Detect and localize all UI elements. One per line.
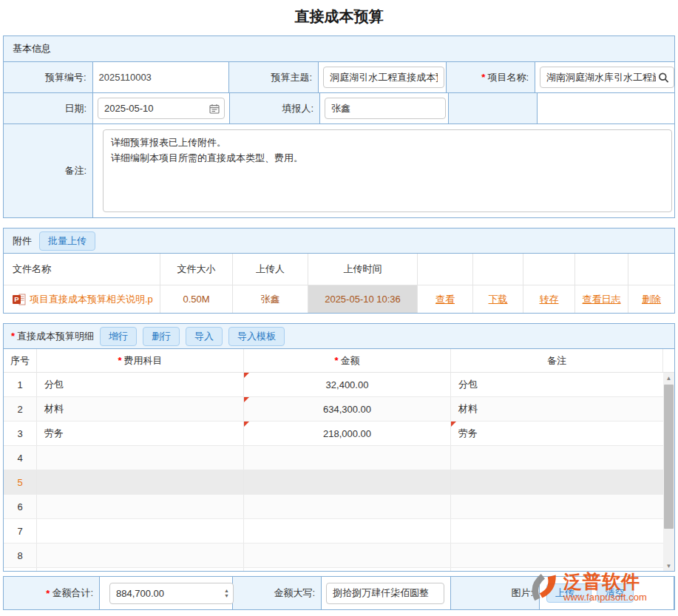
batch-upload-button[interactable]: 批量上传 <box>39 231 95 251</box>
delete-row-button[interactable]: 删行 <box>143 327 180 346</box>
subject-label: 预算主题: <box>229 62 319 92</box>
row-no: 7 <box>4 519 37 543</box>
total-amount-input[interactable] <box>109 583 234 604</box>
action-cell-download: 下载 <box>473 285 523 313</box>
amount-words-input[interactable] <box>326 583 444 604</box>
table-row[interactable]: 1 分包 32,400.00 分包 <box>4 373 663 397</box>
required-marker: * <box>46 588 50 599</box>
remark-cell[interactable] <box>451 568 663 571</box>
search-icon[interactable] <box>658 72 669 83</box>
amount-cell[interactable]: 218,000.00 <box>244 422 451 445</box>
subject-cell[interactable]: 分包 <box>37 373 244 396</box>
remark-cell[interactable] <box>451 446 663 470</box>
stepper-up-icon[interactable]: ▲ <box>224 588 229 593</box>
reporter-label: 填报人: <box>230 93 320 123</box>
date-input[interactable] <box>98 98 225 119</box>
svg-text:P: P <box>14 295 19 303</box>
amount-cell[interactable] <box>244 470 451 494</box>
file-size-cell: 0.50M <box>160 285 233 313</box>
basic-row-remark: 备注: 详细预算报表已上传附件。 详细编制本项目所需的直接成本类型、费用。 <box>4 124 674 217</box>
remark-cell[interactable] <box>451 544 663 567</box>
vertical-scrollbar[interactable]: ▲ ▼ <box>663 373 674 571</box>
required-marker: * <box>11 331 15 342</box>
file-name-link[interactable]: 项目直接成本预算相关说明.p <box>30 293 153 306</box>
save-as-link[interactable]: 转存 <box>540 293 559 306</box>
subject-cell[interactable]: 劳务 <box>37 422 244 445</box>
subject-cell[interactable] <box>37 568 244 571</box>
subject-cell[interactable]: 材料 <box>37 397 244 421</box>
attachments-header: 附件 批量上传 <box>4 229 674 254</box>
attachments-table-header: 文件名称 文件大小 上传人 上传时间 <box>4 254 674 285</box>
date-cell <box>93 93 230 123</box>
required-marker: * <box>118 355 121 366</box>
scrollbar-thumb[interactable] <box>664 385 674 529</box>
subject-input[interactable] <box>323 67 444 88</box>
action-header-4 <box>575 254 628 285</box>
download-link[interactable]: 下载 <box>489 293 508 306</box>
required-marker: * <box>334 355 338 366</box>
upload-image-button[interactable]: 上传... <box>546 583 591 603</box>
amount-cell[interactable] <box>244 446 451 470</box>
remark-cell[interactable]: 劳务 <box>451 422 663 445</box>
amount-cell[interactable] <box>244 519 451 543</box>
table-row[interactable]: 3 劳务 218,000.00 劳务 <box>4 422 663 446</box>
basic-row-1: 预算编号: 2025110003 预算主题: * 项目名称: <box>4 62 674 93</box>
total-cell: ▲▼ <box>100 577 233 609</box>
remark-cell[interactable] <box>451 519 663 543</box>
remark-cell[interactable] <box>451 470 663 494</box>
remark-cell[interactable]: 材料 <box>451 397 663 421</box>
detail-toolbar: *直接成本预算明细 增行 删行 导入 导入模板 <box>4 324 674 349</box>
image-label: 图片: <box>451 577 540 609</box>
file-name-header: 文件名称 <box>4 254 160 285</box>
action-header-2 <box>473 254 523 285</box>
reporter-input[interactable] <box>325 98 446 119</box>
date-label: 日期: <box>4 93 93 123</box>
table-row[interactable]: 4 <box>4 446 663 470</box>
row-no <box>4 568 37 571</box>
scroll-down-icon[interactable]: ▼ <box>663 561 674 571</box>
table-row[interactable]: 6 <box>4 495 663 519</box>
action-header-5 <box>628 254 674 285</box>
table-row[interactable]: 7 <box>4 519 663 544</box>
amount-cell[interactable] <box>244 568 451 571</box>
upload-time-header: 上传时间 <box>308 254 418 285</box>
table-row[interactable]: 2 材料 634,300.00 材料 <box>4 397 663 422</box>
table-row[interactable]: 8 <box>4 544 663 568</box>
clear-image-button[interactable]: 清空 <box>597 583 634 603</box>
detail-title: *直接成本预算明细 <box>11 330 94 343</box>
row-no: 1 <box>4 373 37 396</box>
number-stepper-icons[interactable]: ▲▼ <box>224 588 229 598</box>
view-log-link[interactable]: 查看日志 <box>583 293 621 306</box>
scroll-up-icon[interactable]: ▲ <box>663 373 674 383</box>
subject-cell[interactable] <box>37 495 244 518</box>
remark-textarea[interactable]: 详细预算报表已上传附件。 详细编制本项目所需的直接成本类型、费用。 <box>103 129 672 212</box>
remark-label: 备注: <box>4 124 93 217</box>
uploader-cell: 张鑫 <box>233 285 308 313</box>
subject-cell[interactable] <box>37 446 244 470</box>
subject-cell[interactable] <box>37 519 244 543</box>
action-header-1 <box>418 254 473 285</box>
basic-info-header: 基本信息 <box>4 36 674 62</box>
delete-link[interactable]: 删除 <box>642 293 661 306</box>
subject-cell[interactable] <box>37 544 244 567</box>
amount-cell[interactable]: 32,400.00 <box>244 373 451 396</box>
import-button[interactable]: 导入 <box>186 327 223 346</box>
basic-info-panel: 基本信息 预算编号: 2025110003 预算主题: * 项目名称: 日期: <box>3 35 675 218</box>
stepper-down-icon[interactable]: ▼ <box>224 593 229 598</box>
image-cell: 上传... 清空 <box>540 577 674 609</box>
import-template-button[interactable]: 导入模板 <box>228 327 285 346</box>
remark-cell[interactable]: 分包 <box>451 373 663 396</box>
amount-cell[interactable] <box>244 544 451 567</box>
remark-cell[interactable] <box>451 495 663 518</box>
amount-cell[interactable]: 634,300.00 <box>244 397 451 421</box>
add-row-button[interactable]: 增行 <box>100 327 137 346</box>
view-link[interactable]: 查看 <box>435 293 455 306</box>
amount-cell[interactable] <box>244 495 451 518</box>
subject-cell[interactable] <box>37 470 244 494</box>
detail-rows: 1 分包 32,400.00 分包 2 材料 634,300.00 材料 3 劳… <box>4 373 663 571</box>
table-row-selected[interactable]: 5 <box>4 470 663 495</box>
calendar-icon[interactable] <box>209 104 220 114</box>
subject-cell <box>319 62 447 92</box>
table-row[interactable] <box>4 568 663 571</box>
project-input[interactable] <box>540 67 674 88</box>
